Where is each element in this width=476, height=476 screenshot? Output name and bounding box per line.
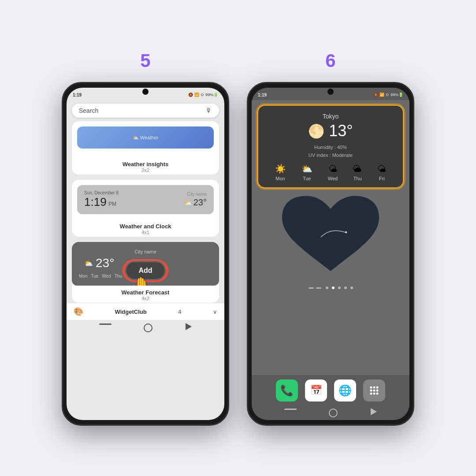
status-icons-6: 🔕 📶 ⊙ 99%🔋 [373, 93, 403, 97]
widget-item-insights[interactable]: ⛅ Weather Weather insights 2x2 [72, 121, 219, 175]
page-dot-5 [350, 286, 353, 289]
step5-number: 5 [140, 50, 150, 71]
nav-home-icon[interactable] [144, 324, 152, 332]
hw-uv: UV index : Moderate [267, 152, 394, 160]
nav-back-icon[interactable] [186, 323, 192, 330]
status-icons-5: 🔕 📶 ⊙ 99%🔋 [188, 93, 218, 97]
nav6-home-icon[interactable] [329, 409, 338, 417]
hw-day-wed: 🌤 Wed [328, 164, 338, 181]
phone5-nav-bar [67, 320, 224, 335]
cursor-hand-icon: 🤚 [131, 276, 151, 286]
phone6-content: Tokyo 🌕 13° Humidity : 40% UV index : Mo… [252, 100, 409, 375]
forecast-day-thu: Thu [115, 274, 122, 279]
status-time-6: 1:19 [258, 93, 267, 97]
widget-clock-name: Weather and Clock [72, 223, 219, 230]
svg-point-2 [373, 387, 376, 389]
page-dot-3 [338, 286, 341, 289]
widget-insights-size: 2x2 [72, 167, 219, 173]
forecast-temp: 23° [96, 256, 114, 270]
svg-point-6 [376, 390, 379, 392]
svg-point-8 [373, 393, 376, 395]
widget-item-clock[interactable]: Sun, December 8 1:19 PM City name ⛅ [72, 180, 219, 237]
svg-point-5 [373, 390, 376, 392]
widget-clock-label: Weather and Clock 4x1 [72, 219, 219, 237]
svg-point-0 [345, 231, 347, 233]
widget-forecast-label: Weather Forecast 4x2 [72, 286, 219, 303]
widgetclub-name: WidgetClub [115, 309, 147, 315]
wc-time: 1:19 [84, 195, 107, 208]
phone5-notch [142, 89, 149, 95]
forecast-city-name: City name [79, 249, 212, 254]
forecast-day-mon: Mon [79, 274, 87, 279]
phone6-notch [327, 89, 334, 95]
page-container: 5 1:19 🔕 📶 ⊙ 99%🔋 Search 🎙 [35, 33, 441, 443]
phone6-dock: 📞 📅 🌐 [252, 375, 409, 405]
phone6: 1:19 🔕 📶 ⊙ 99%🔋 Tokyo 🌕 [247, 82, 414, 426]
nav6-recents-icon[interactable] [284, 409, 297, 410]
widget-insights-preview: ⛅ Weather [77, 126, 214, 149]
widget-item-forecast[interactable]: City name ⛅ 23° Mon Tue Wed Thu [72, 242, 219, 303]
widget-insights-name: Weather insights [72, 161, 219, 167]
status-time-5: 1:19 [73, 93, 82, 97]
add-button-area: Add 🤚 [122, 260, 168, 282]
svg-point-4 [370, 390, 372, 392]
page-number: 4 [178, 309, 181, 315]
widget-forecast-size: 4x2 [72, 296, 219, 301]
heart-wallpaper [252, 193, 409, 281]
page-dot-4 [344, 286, 347, 289]
page-dot-2 [332, 286, 335, 289]
widget-forecast-name: Weather Forecast [72, 289, 219, 296]
nav-recents-icon[interactable] [99, 324, 112, 325]
search-placeholder: Search [79, 107, 98, 114]
widget-list: ⛅ Weather Weather insights 2x2 [67, 121, 224, 303]
hw-humidity: Humidity : 40% [267, 144, 394, 152]
hw-city: Tokyo [267, 113, 394, 120]
dock-apps-icon[interactable] [363, 379, 385, 402]
phone5-screen: 1:19 🔕 📶 ⊙ 99%🔋 Search 🎙 [67, 88, 224, 420]
phone5: 1:19 🔕 📶 ⊙ 99%🔋 Search 🎙 [62, 82, 229, 426]
wc-date: Sun, December 8 [84, 190, 119, 195]
step6-number: 6 [325, 50, 335, 71]
nav6-back-icon[interactable] [371, 408, 377, 415]
svg-point-1 [370, 387, 372, 389]
dock-widget-icon[interactable]: 📅 [305, 379, 327, 402]
chevron-down-icon[interactable]: ∨ [213, 309, 217, 315]
page-lines-icon [309, 287, 314, 289]
heart-shape [282, 193, 379, 281]
wc-left: Sun, December 8 1:19 PM [84, 190, 119, 209]
hw-day-fri: 🌤 Fri [377, 164, 386, 181]
dock-chrome-icon[interactable]: 🌐 [334, 379, 356, 402]
forecast-day-tue: Tue [91, 274, 98, 279]
dock-phone-icon[interactable]: 📞 [276, 379, 298, 402]
phone6-nav-bar [252, 405, 409, 420]
wc-ampm: PM [108, 201, 116, 207]
page-dot-1 [326, 286, 328, 289]
widget-insights-label: Weather insights 2x2 [72, 157, 219, 175]
hw-day-tue: ⛅ Tue [301, 164, 312, 181]
hw-temperature: 13° [329, 122, 353, 140]
step5-column: 5 1:19 🔕 📶 ⊙ 99%🔋 Search 🎙 [62, 50, 229, 426]
phone6-screen: 1:19 🔕 📶 ⊙ 99%🔋 Tokyo 🌕 [252, 88, 409, 420]
mic-icon: 🎙 [206, 107, 212, 114]
forecast-widget-wrap: City name ⛅ 23° Mon Tue Wed Thu [72, 242, 219, 286]
svg-point-9 [376, 393, 379, 395]
svg-point-7 [370, 393, 372, 395]
homescreen-weather-widget[interactable]: Tokyo 🌕 13° Humidity : 40% UV index : Mo… [257, 104, 404, 189]
hw-day-mon: ☀️ Mon [275, 164, 286, 181]
hw-forecast-row: ☀️ Mon ⛅ Tue 🌤 Wed [267, 164, 394, 181]
search-bar[interactable]: Search 🎙 [72, 104, 219, 118]
svg-point-3 [376, 387, 379, 389]
widgetclub-icon: 🎨 [74, 307, 83, 316]
sun-icon: 🌕 [308, 123, 324, 139]
wc-temp: 23° [193, 197, 207, 208]
widget-clock-size: 4x1 [72, 230, 219, 235]
step6-column: 6 1:19 🔕 📶 ⊙ 99%🔋 [247, 50, 414, 426]
wc-cityname: City name [184, 192, 207, 197]
hw-details: Humidity : 40% UV index : Moderate [267, 144, 394, 159]
forecast-day-wed: Wed [102, 274, 111, 279]
wc-right: City name ⛅ 23° [184, 192, 207, 208]
page-indicators [252, 286, 409, 289]
hw-temp-row: 🌕 13° [267, 122, 394, 140]
phone5-bottom-bar: 🎨 WidgetClub 4 ∨ [67, 303, 224, 320]
weather-clock-preview: Sun, December 8 1:19 PM City name ⛅ [77, 185, 214, 214]
